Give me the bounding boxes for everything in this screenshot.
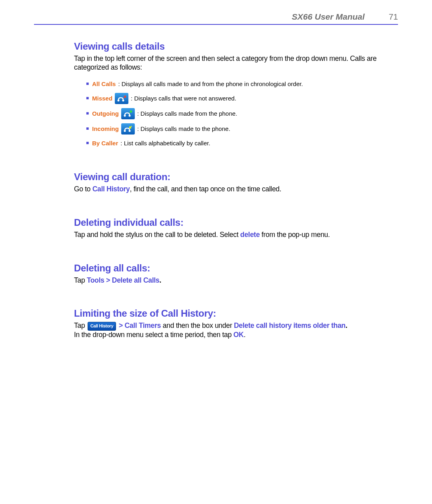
category-incoming: ■ Incoming : Displays calls made to the …	[86, 123, 394, 135]
text-pre: Tap	[74, 321, 87, 329]
bullet-icon: ■	[86, 139, 89, 147]
bold-ok: OK	[234, 331, 244, 339]
category-desc: : List calls alphabetically by caller.	[120, 139, 210, 148]
doc-title: SX66 User Manual	[292, 12, 365, 22]
categories-list: ■ All Calls : Displays all calls made to…	[74, 79, 394, 148]
category-desc: : Displays calls made from the phone.	[137, 109, 237, 118]
bullet-icon: ■	[86, 110, 89, 117]
heading-limiting: Limiting the size of Call History:	[74, 308, 394, 319]
incoming-call-icon	[121, 123, 135, 135]
category-by-caller: ■ By Caller : List calls alphabetically …	[86, 139, 394, 148]
category-all-calls: ■ All Calls : Displays all calls made to…	[86, 79, 394, 89]
text-deleting-all: Tap Tools > Delete all Calls.	[74, 276, 394, 285]
heading-deleting-individual: Deleting individual calls:	[74, 217, 394, 228]
text-pre: Go to	[74, 185, 92, 193]
text-post: , find the call, and then tap once on th…	[130, 185, 282, 193]
intro-viewing-details: Tap in the top left corner of the screen…	[74, 54, 394, 72]
text-mid: and then the box under	[161, 321, 234, 329]
svg-point-5	[128, 130, 130, 132]
svg-point-2	[124, 114, 126, 116]
svg-point-3	[128, 114, 130, 116]
bullet-icon: ■	[86, 94, 89, 102]
category-label: By Caller	[92, 139, 118, 148]
text-deleting-individual: Tap and hold the stylus on the call to b…	[74, 231, 394, 239]
category-desc: : Displays all calls made to and from th…	[118, 79, 303, 89]
svg-point-1	[122, 99, 124, 101]
link-call-history: Call History	[92, 185, 130, 193]
category-label: Outgoing	[92, 109, 119, 118]
text-pre: Tap and hold the stylus on the call to b…	[74, 231, 240, 239]
link-call-timers: > Call Timers	[117, 321, 161, 329]
text-limiting-line1: Tap Call History > Call Timers and then …	[74, 321, 394, 330]
page-header: SX66 User Manual 71	[34, 12, 398, 25]
text-post: .	[160, 276, 162, 284]
category-missed: ■ Missed : Displays calls that were not …	[86, 93, 394, 104]
category-label: Incoming	[92, 124, 119, 134]
category-desc: : Displays calls made to the phone.	[137, 124, 230, 134]
category-label: All Calls	[92, 79, 116, 89]
text-post: from the pop-up menu.	[260, 231, 330, 239]
category-outgoing: ■ Outgoing : Displays calls made from th…	[86, 108, 394, 119]
text-pre: Tap	[74, 276, 87, 284]
call-history-button-icon: Call History	[88, 322, 116, 331]
bold-delete: delete	[240, 231, 260, 239]
heading-deleting-all: Deleting all calls:	[74, 263, 394, 274]
missed-call-icon	[115, 93, 128, 104]
text-post: .	[244, 331, 246, 339]
page-number: 71	[389, 12, 398, 22]
page-content: Viewing calls details Tap in the top lef…	[34, 41, 398, 339]
category-label: Missed	[92, 94, 112, 103]
link-delete-older: Delete call history items older than	[234, 321, 346, 329]
heading-viewing-details: Viewing calls details	[74, 41, 394, 52]
bullet-icon: ■	[86, 80, 89, 88]
bullet-icon: ■	[86, 125, 89, 133]
text-post: .	[346, 321, 348, 329]
text-limiting-line2: In the drop-down menu select a time peri…	[74, 331, 394, 339]
outgoing-call-icon	[121, 108, 135, 119]
text-pre: In the drop-down menu select a time peri…	[74, 331, 234, 339]
heading-viewing-duration: Viewing call duration:	[74, 171, 394, 183]
link-tools-delete: Tools > Delete all Calls	[87, 276, 160, 284]
svg-point-4	[124, 130, 126, 132]
category-desc: : Displays calls that were not answered.	[131, 94, 236, 103]
text-viewing-duration: Go to Call History, find the call, and t…	[74, 185, 394, 194]
svg-point-0	[118, 99, 120, 101]
